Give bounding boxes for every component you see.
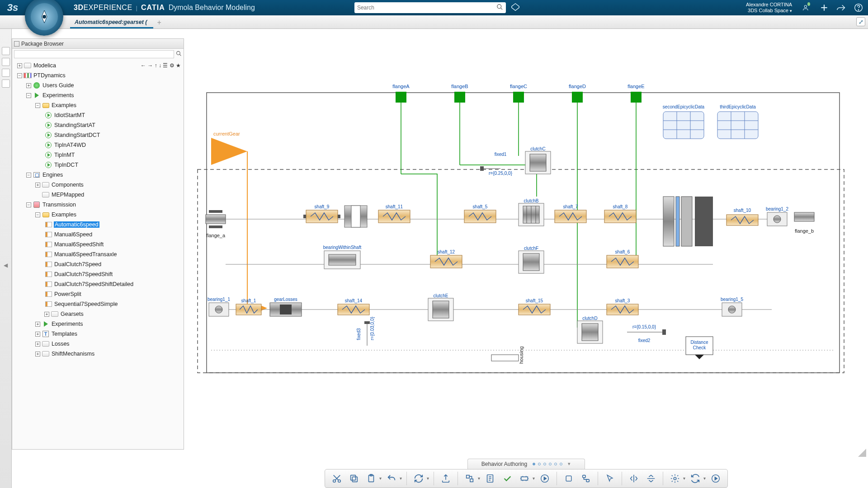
tree-item[interactable]: Manual6SpeedTransaxle: [13, 249, 184, 259]
rail-btn-2[interactable]: [2, 58, 10, 66]
package-browser-title[interactable]: Package Browser: [12, 39, 184, 49]
panel-title-text: Package Browser: [21, 41, 64, 47]
tree-item[interactable]: DualClutch7SpeedShift: [13, 269, 184, 279]
tree-node-experiments[interactable]: − Experiments: [13, 90, 184, 100]
svg-rect-21: [572, 92, 583, 103]
flange-a-block: flange_a: [206, 210, 226, 238]
svg-text:shaft_8: shaft_8: [613, 204, 628, 209]
share-icon[interactable]: [836, 3, 846, 13]
arrow-right-circle2-icon[interactable]: [708, 471, 723, 486]
svg-text:bearing1_5: bearing1_5: [721, 297, 743, 302]
left-rail: ◀: [0, 29, 12, 488]
tab-add-button[interactable]: +: [157, 19, 161, 28]
arrow-right-circle-icon[interactable]: [538, 471, 552, 486]
tree-item[interactable]: TipInDCT: [13, 160, 184, 170]
tree-node-shiftmech[interactable]: +ShiftMechanisms: [13, 349, 184, 359]
tree-item-automatic6speed[interactable]: Automatic6speed: [13, 220, 184, 230]
component-icon[interactable]: [517, 471, 532, 486]
tree-item[interactable]: StandingStartDCT: [13, 130, 184, 140]
diagram-canvas[interactable]: flangeA flangeB flangeC flangeD flangeE …: [184, 38, 868, 459]
tree-item[interactable]: DualClutch7Speed: [13, 259, 184, 269]
package-tree[interactable]: + Modelica ← → ↑ ↓ ☰ ⚙ ★ − PTDynamics + …: [12, 60, 184, 449]
distribute-icon[interactable]: [579, 471, 593, 486]
cut-icon[interactable]: [330, 471, 344, 486]
pointer-icon[interactable]: [603, 471, 617, 486]
svg-text:flange_a: flange_a: [206, 233, 226, 238]
tree-node-trans-examples[interactable]: − Examples: [13, 210, 184, 220]
svg-rect-74: [695, 197, 713, 246]
info-icon: [33, 82, 40, 89]
tree-item[interactable]: Sequential7SpeedSimple: [13, 299, 184, 309]
rail-collapse-icon[interactable]: ◀: [4, 262, 8, 268]
search-icon[interactable]: [496, 4, 503, 12]
package-search-icon[interactable]: [176, 50, 182, 58]
tree-node-losses[interactable]: +Losses: [13, 339, 184, 349]
search-input[interactable]: [357, 5, 496, 11]
page-dots[interactable]: [533, 463, 562, 465]
tree-item[interactable]: IdiotStartMT: [13, 110, 184, 120]
flip-h-icon[interactable]: [627, 471, 641, 486]
undo-icon[interactable]: [384, 471, 399, 486]
restore-icon[interactable]: ⤢: [856, 17, 865, 26]
svg-point-4: [804, 5, 807, 8]
script-icon[interactable]: [483, 471, 497, 486]
compass-icon[interactable]: [25, 0, 63, 36]
tree-node-mepmapped[interactable]: MEPMapped: [13, 190, 184, 200]
svg-rect-17: [454, 92, 465, 103]
export-icon[interactable]: [439, 471, 453, 486]
simulate-icon[interactable]: [462, 471, 477, 486]
package-search-input[interactable]: [14, 50, 174, 58]
tree-node-engines[interactable]: − Engines: [13, 170, 184, 180]
user-block[interactable]: Alexandre CORTINA 3DS Collab Space ▾: [746, 2, 792, 14]
rail-btn-4[interactable]: [2, 80, 10, 88]
tree-node-transmission[interactable]: − Transmission: [13, 200, 184, 210]
plus-icon[interactable]: [819, 3, 829, 13]
svg-marker-133: [695, 355, 704, 359]
svg-text:flangeB: flangeB: [451, 84, 468, 89]
rail-btn-3[interactable]: [2, 69, 10, 77]
tree-item[interactable]: TipInMT: [13, 150, 184, 160]
svg-rect-72: [676, 197, 679, 246]
tree-node-modelica[interactable]: + Modelica ← → ↑ ↓ ☰ ⚙ ★: [13, 61, 184, 70]
svg-text:r={0.25,0,0}: r={0.25,0,0}: [489, 171, 513, 176]
tab-active[interactable]: Automatic6speed:gearset (: [70, 17, 153, 28]
refresh-icon[interactable]: [411, 471, 426, 486]
flip-v-icon[interactable]: [644, 471, 658, 486]
tree-node-ptdynamics[interactable]: − PTDynamics: [13, 70, 184, 80]
tag-icon[interactable]: [510, 2, 520, 14]
svg-rect-123: [662, 329, 666, 335]
help-icon[interactable]: [854, 3, 863, 13]
tree-item[interactable]: TipInAT4WD: [13, 140, 184, 150]
svg-text:clutchC: clutchC: [530, 146, 545, 151]
check-icon[interactable]: [500, 471, 514, 486]
tree-item[interactable]: StandingStartAT: [13, 120, 184, 130]
bearing-block: bearing1_2: [766, 206, 788, 226]
tree-node-examples[interactable]: − Examples: [13, 100, 184, 110]
copy-icon[interactable]: [347, 471, 361, 486]
tree-node-usersguide[interactable]: + Users Guide: [13, 80, 184, 90]
user-icon[interactable]: [802, 3, 812, 13]
paste-icon[interactable]: [364, 471, 378, 486]
tree-item[interactable]: Manual6Speed: [13, 230, 184, 239]
panel-checkbox-icon[interactable]: [14, 41, 19, 47]
tree-toolbar[interactable]: ← → ↑ ↓ ☰ ⚙ ★: [141, 62, 181, 69]
tree-node-experiments2[interactable]: +Experiments: [13, 319, 184, 329]
settings-icon[interactable]: [668, 471, 682, 486]
resize-handle-icon[interactable]: [858, 449, 866, 457]
tree-node-components[interactable]: + Components: [13, 180, 184, 190]
tree-item[interactable]: DualClutch7SpeedShiftDetailed: [13, 279, 184, 289]
square-icon[interactable]: [561, 471, 576, 486]
svg-text:bearingWithinShaft: bearingWithinShaft: [323, 245, 362, 250]
sync-icon[interactable]: [688, 471, 703, 486]
chevron-down-icon[interactable]: ▾: [568, 461, 571, 467]
tree-item[interactable]: Manual6SpeedShift: [13, 239, 184, 249]
tree-node-templates[interactable]: +TTemplates: [13, 329, 184, 339]
rail-btn-1[interactable]: [2, 47, 10, 55]
tree-item[interactable]: PowerSplit: [13, 289, 184, 299]
search-box[interactable]: [354, 2, 506, 13]
svg-text:shaft_7: shaft_7: [563, 204, 578, 209]
tree-node-gearsets[interactable]: +Gearsets: [13, 309, 184, 319]
svg-rect-80: [794, 212, 814, 221]
svg-text:shaft_12: shaft_12: [438, 249, 455, 254]
behavior-authoring-tab[interactable]: Behavior Authoring ▾: [467, 459, 585, 469]
